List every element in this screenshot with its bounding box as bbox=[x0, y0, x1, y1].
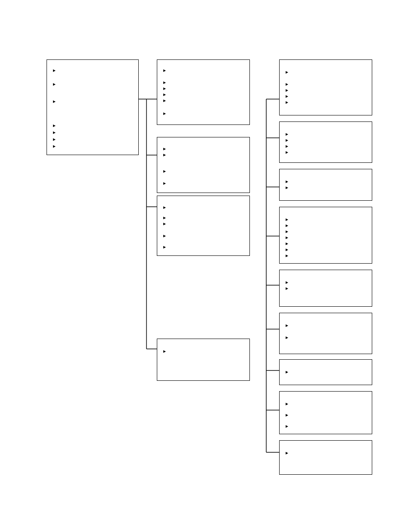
bullet-item bbox=[286, 450, 291, 454]
bullet-item bbox=[53, 130, 58, 134]
triangle-bullet-icon bbox=[163, 100, 166, 102]
triangle-bullet-icon bbox=[286, 425, 288, 428]
bullet-item bbox=[286, 401, 291, 405]
bullet-item bbox=[286, 143, 291, 148]
bullet-item bbox=[286, 93, 291, 98]
bullet-item bbox=[286, 412, 291, 417]
diagram-box-M4 bbox=[157, 339, 250, 381]
triangle-bullet-icon bbox=[286, 230, 288, 233]
bullet-item bbox=[163, 80, 168, 84]
triangle-bullet-icon bbox=[286, 324, 288, 327]
triangle-bullet-icon bbox=[286, 236, 288, 239]
triangle-bullet-icon bbox=[163, 182, 166, 185]
diagram-box-R5 bbox=[279, 270, 372, 307]
triangle-bullet-icon bbox=[286, 281, 288, 284]
bullet-item bbox=[286, 369, 291, 373]
triangle-bullet-icon bbox=[286, 243, 288, 245]
bullet-item bbox=[286, 137, 291, 142]
triangle-bullet-icon bbox=[286, 83, 288, 86]
bullet-item bbox=[286, 149, 291, 154]
bullet-item bbox=[53, 99, 58, 103]
triangle-bullet-icon bbox=[163, 235, 166, 237]
bullet-item bbox=[286, 223, 291, 227]
bullet-item bbox=[286, 185, 291, 189]
bullet-item bbox=[163, 168, 168, 173]
bullet-item bbox=[286, 87, 291, 92]
triangle-bullet-icon bbox=[286, 151, 288, 154]
triangle-bullet-icon bbox=[286, 180, 288, 183]
diagram-box-M1 bbox=[157, 59, 250, 125]
diagram-box-L1 bbox=[47, 59, 139, 155]
triangle-bullet-icon bbox=[163, 154, 166, 156]
triangle-bullet-icon bbox=[286, 249, 288, 251]
triangle-bullet-icon bbox=[163, 148, 166, 150]
bullet-item bbox=[163, 348, 168, 353]
bullet-item bbox=[163, 111, 168, 115]
triangle-bullet-icon bbox=[53, 145, 56, 148]
triangle-bullet-icon bbox=[163, 112, 166, 115]
bullet-item bbox=[163, 98, 168, 102]
bullet-item bbox=[286, 235, 291, 239]
bullet-item bbox=[53, 137, 58, 141]
triangle-bullet-icon bbox=[286, 187, 288, 189]
triangle-bullet-icon bbox=[286, 255, 288, 257]
triangle-bullet-icon bbox=[53, 69, 56, 72]
bullet-item bbox=[163, 233, 168, 237]
diagram-box-R1 bbox=[279, 59, 372, 115]
bullet-item bbox=[286, 241, 291, 245]
bullet-item bbox=[163, 244, 168, 249]
diagram-box-R7 bbox=[279, 359, 372, 385]
triangle-bullet-icon bbox=[163, 217, 166, 219]
diagram-box-M2 bbox=[157, 137, 250, 193]
diagram-canvas bbox=[0, 0, 411, 532]
bullet-item bbox=[286, 335, 291, 339]
diagram-box-R4 bbox=[279, 207, 372, 264]
triangle-bullet-icon bbox=[286, 452, 288, 454]
bullet-item bbox=[286, 280, 291, 284]
diagram-box-R6 bbox=[279, 313, 372, 354]
bullet-item bbox=[163, 180, 168, 185]
bullet-item bbox=[286, 100, 291, 104]
triangle-bullet-icon bbox=[286, 287, 288, 290]
triangle-bullet-icon bbox=[163, 69, 166, 72]
triangle-bullet-icon bbox=[163, 223, 166, 225]
triangle-bullet-icon bbox=[286, 403, 288, 405]
bullet-item bbox=[163, 86, 168, 90]
bullet-item bbox=[163, 68, 168, 72]
triangle-bullet-icon bbox=[163, 206, 166, 209]
bullet-item bbox=[286, 69, 291, 74]
triangle-bullet-icon bbox=[286, 71, 288, 74]
bullet-item bbox=[53, 81, 58, 86]
diagram-box-R3 bbox=[279, 169, 372, 201]
bullet-item bbox=[286, 247, 291, 251]
triangle-bullet-icon bbox=[163, 350, 166, 353]
bullet-item bbox=[53, 143, 58, 148]
triangle-bullet-icon bbox=[163, 170, 166, 173]
triangle-bullet-icon bbox=[286, 218, 288, 221]
diagram-box-R9 bbox=[279, 440, 372, 475]
triangle-bullet-icon bbox=[286, 95, 288, 98]
bullet-item bbox=[163, 215, 168, 219]
triangle-bullet-icon bbox=[53, 83, 56, 86]
triangle-bullet-icon bbox=[53, 131, 56, 134]
triangle-bullet-icon bbox=[286, 139, 288, 142]
diagram-box-R2 bbox=[279, 121, 372, 163]
triangle-bullet-icon bbox=[163, 87, 166, 90]
bullet-item bbox=[286, 423, 291, 428]
bullet-item bbox=[286, 81, 291, 86]
triangle-bullet-icon bbox=[286, 224, 288, 227]
bullet-item bbox=[286, 217, 291, 221]
triangle-bullet-icon bbox=[286, 145, 288, 148]
triangle-bullet-icon bbox=[53, 138, 56, 141]
bullet-item bbox=[286, 179, 291, 183]
triangle-bullet-icon bbox=[286, 133, 288, 136]
bullet-item bbox=[163, 221, 168, 225]
triangle-bullet-icon bbox=[286, 89, 288, 92]
triangle-bullet-icon bbox=[53, 100, 56, 103]
triangle-bullet-icon bbox=[286, 371, 288, 373]
bullet-item bbox=[286, 229, 291, 233]
bullet-item bbox=[286, 323, 291, 327]
diagram-box-R8 bbox=[279, 391, 372, 434]
bullet-item bbox=[53, 68, 58, 72]
triangle-bullet-icon bbox=[163, 246, 166, 249]
